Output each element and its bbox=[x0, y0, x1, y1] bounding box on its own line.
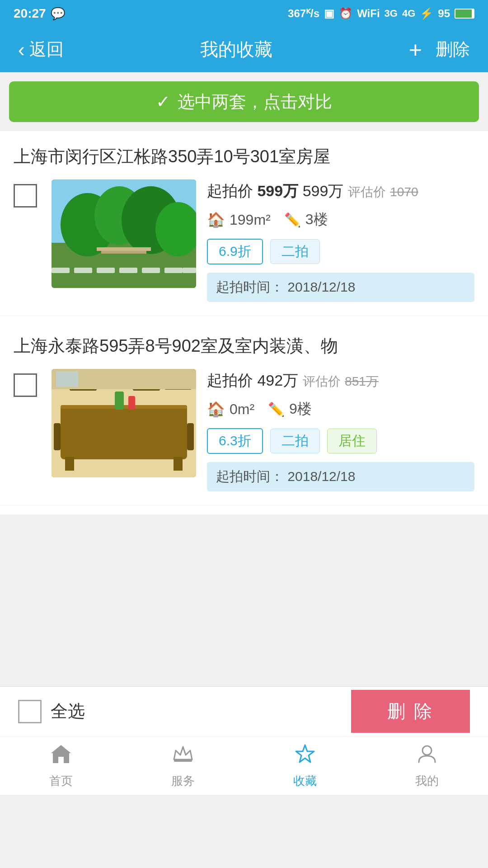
back-label: 返回 bbox=[29, 38, 64, 61]
price-row: 起拍价 492万 评估价 851万 bbox=[207, 369, 474, 392]
svg-rect-21 bbox=[187, 423, 194, 450]
price-label: 起拍价 bbox=[207, 372, 253, 389]
compare-text: 选中两套，点击对比 bbox=[178, 90, 332, 113]
delete-button[interactable]: 删 除 bbox=[351, 690, 470, 733]
svg-marker-31 bbox=[174, 747, 192, 760]
property-title: 上海永泰路595弄8号902室及室内装潢、物 bbox=[14, 334, 474, 358]
price-value-text: 599万 bbox=[303, 182, 348, 199]
tab-favorites-label: 收藏 bbox=[293, 773, 317, 789]
property-type-tag: 居住 bbox=[327, 429, 377, 453]
auction-round-tag: 二拍 bbox=[270, 239, 320, 264]
sim-icon: ▣ bbox=[324, 7, 334, 20]
edit-icon: ✏️ bbox=[284, 212, 301, 228]
crown-icon bbox=[171, 742, 195, 769]
header: ‹ 返回 我的收藏 + 删除 bbox=[0, 27, 488, 72]
date-label: 起拍时间： bbox=[216, 469, 284, 484]
price-value: 492万 bbox=[257, 372, 302, 389]
property-body: 起拍价 599万 599万 评估价 1070 🏠 199m² ✏️ 3楼 bbox=[14, 179, 474, 302]
floor-meta: ✏️ 9楼 bbox=[268, 399, 312, 419]
svg-rect-9 bbox=[74, 268, 92, 273]
signal2-icon: 4G bbox=[402, 8, 415, 19]
area-icon: 🏠 bbox=[207, 211, 225, 228]
property-title: 上海市闵行区江枨路350弄10号301室房屋 bbox=[14, 145, 474, 169]
select-all-checkbox[interactable] bbox=[18, 700, 42, 723]
date-value: 2018/12/18 bbox=[287, 279, 355, 294]
messenger-icon: 💬 bbox=[51, 7, 65, 21]
tab-service[interactable]: 服务 bbox=[122, 742, 244, 789]
battery-icon bbox=[455, 9, 474, 19]
svg-rect-32 bbox=[174, 760, 192, 762]
svg-rect-14 bbox=[183, 268, 196, 273]
select-all[interactable]: 全选 bbox=[18, 700, 85, 723]
tags-row: 6.9折 二拍 bbox=[207, 239, 474, 264]
back-button[interactable]: ‹ 返回 bbox=[18, 38, 64, 61]
svg-rect-8 bbox=[52, 268, 70, 273]
area-icon: 🏠 bbox=[207, 401, 225, 418]
svg-marker-33 bbox=[296, 745, 314, 762]
header-actions: + 删除 bbox=[409, 37, 470, 63]
date-row: 起拍时间： 2018/12/18 bbox=[207, 273, 474, 302]
property-body: 起拍价 492万 评估价 851万 🏠 0m² ✏️ 9楼 bbox=[14, 369, 474, 491]
status-right: 367ᴷ/s ▣ ⏰ WiFi 3G 4G ⚡ 95 bbox=[288, 7, 474, 20]
floor-meta: ✏️ 3楼 bbox=[284, 210, 328, 230]
checkbox-wrap bbox=[14, 179, 41, 208]
svg-rect-7 bbox=[101, 251, 146, 254]
network-speed: 367ᴷ/s bbox=[288, 7, 319, 20]
property-card: 上海永泰路595弄8号902室及室内装潢、物 bbox=[0, 321, 488, 505]
star-icon bbox=[293, 742, 317, 769]
signal-icon: 3G bbox=[385, 8, 398, 19]
area-value: 199m² bbox=[230, 212, 271, 228]
svg-marker-30 bbox=[51, 745, 71, 763]
svg-rect-18 bbox=[65, 457, 74, 471]
property-image bbox=[52, 179, 196, 288]
select-checkbox[interactable] bbox=[14, 373, 37, 397]
price-value: 599万 bbox=[257, 182, 298, 199]
svg-point-34 bbox=[422, 746, 432, 755]
area-meta: 🏠 199m² bbox=[207, 211, 271, 228]
svg-rect-19 bbox=[174, 457, 183, 471]
price-row: 起拍价 599万 599万 评估价 1070 bbox=[207, 179, 474, 203]
svg-rect-13 bbox=[164, 268, 183, 273]
content-area: 上海市闵行区江枨路350弄10号301室房屋 bbox=[0, 131, 488, 514]
check-icon: ✓ bbox=[156, 92, 170, 112]
date-label: 起拍时间： bbox=[216, 279, 284, 294]
estimate-value: 1070 bbox=[390, 185, 418, 199]
floor-value: 9楼 bbox=[289, 399, 312, 419]
svg-rect-20 bbox=[54, 423, 61, 450]
select-checkbox[interactable] bbox=[14, 184, 37, 208]
meta-row: 🏠 199m² ✏️ 3楼 bbox=[207, 210, 474, 230]
svg-rect-10 bbox=[97, 268, 115, 273]
delete-header-button[interactable]: 删除 bbox=[436, 38, 470, 61]
clock-icon: ⏰ bbox=[339, 7, 352, 20]
area-meta: 🏠 0m² bbox=[207, 401, 254, 418]
home-icon bbox=[49, 742, 73, 769]
battery: 95 bbox=[438, 7, 450, 20]
compare-banner[interactable]: ✓ 选中两套，点击对比 bbox=[9, 81, 479, 122]
back-arrow-icon: ‹ bbox=[18, 38, 25, 61]
tags-row: 6.3折 二拍 居住 bbox=[207, 428, 474, 454]
add-button[interactable]: + bbox=[409, 37, 422, 63]
edit-icon: ✏️ bbox=[268, 401, 285, 417]
discount-tag: 6.9折 bbox=[207, 239, 263, 264]
svg-rect-12 bbox=[142, 268, 160, 273]
property-image bbox=[52, 369, 196, 477]
estimate-value: 851万 bbox=[345, 374, 379, 388]
charging-icon: ⚡ bbox=[420, 7, 433, 20]
estimate-label: 评估价 bbox=[303, 374, 341, 388]
tab-home[interactable]: 首页 bbox=[0, 742, 122, 789]
status-left: 20:27 💬 bbox=[14, 6, 65, 21]
tab-mine-label: 我的 bbox=[415, 773, 439, 789]
date-row: 起拍时间： 2018/12/18 bbox=[207, 462, 474, 491]
auction-round-tag: 二拍 bbox=[270, 429, 320, 453]
date-value: 2018/12/18 bbox=[287, 469, 355, 484]
time: 20:27 bbox=[14, 6, 46, 21]
svg-rect-22 bbox=[115, 392, 124, 410]
floor-value: 3楼 bbox=[305, 210, 328, 230]
page-title: 我的收藏 bbox=[200, 37, 272, 62]
status-bar: 20:27 💬 367ᴷ/s ▣ ⏰ WiFi 3G 4G ⚡ 95 bbox=[0, 0, 488, 27]
svg-rect-16 bbox=[61, 405, 187, 459]
wifi-icon: WiFi bbox=[357, 7, 380, 20]
tab-favorites[interactable]: 收藏 bbox=[244, 742, 366, 789]
tab-bar: 首页 服务 收藏 我的 bbox=[0, 736, 488, 795]
tab-mine[interactable]: 我的 bbox=[366, 742, 488, 789]
